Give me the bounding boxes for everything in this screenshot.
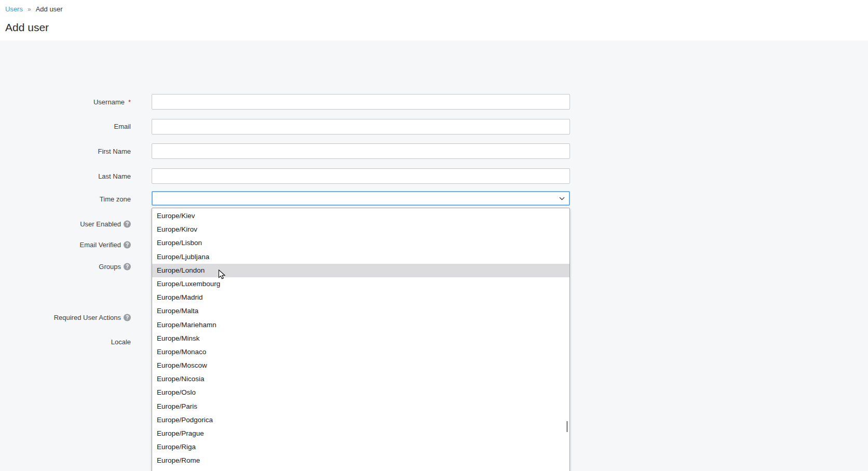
email-label: Email — [0, 123, 131, 130]
help-icon[interactable]: ? — [124, 314, 131, 321]
dropdown-option[interactable]: Europe/Prague — [152, 427, 569, 440]
last-name-label: Last Name — [0, 172, 131, 180]
username-input[interactable] — [152, 94, 570, 110]
dropdown-option[interactable]: Europe/Oslo — [152, 386, 569, 399]
dropdown-option[interactable]: Europe/Mariehamn — [152, 318, 569, 332]
username-label: Username* — [0, 98, 131, 106]
email-label-text: Email — [114, 123, 131, 130]
dropdown-option[interactable]: Europe/Malta — [152, 304, 569, 318]
last-name-input[interactable] — [152, 168, 570, 184]
dropdown-scrollbar-thumb[interactable] — [566, 421, 568, 432]
dropdown-option[interactable]: Europe/Rome — [152, 454, 569, 467]
groups-label: Groups ? — [0, 263, 131, 271]
page-title: Add user — [5, 21, 49, 34]
first-name-input[interactable] — [152, 143, 570, 159]
user-enabled-label: User Enabled ? — [0, 220, 131, 228]
time-zone-label: Time zone — [0, 195, 131, 203]
username-label-text: Username — [93, 98, 125, 106]
last-name-label-text: Last Name — [98, 172, 131, 180]
first-name-label-text: First Name — [98, 147, 131, 155]
help-icon[interactable]: ? — [124, 241, 131, 248]
time-zone-dropdown: Europe/KievEurope/KirovEurope/LisbonEuro… — [152, 208, 570, 471]
main-content-panel: Username* Email First Name Last Name Tim… — [0, 41, 868, 471]
dropdown-option[interactable]: Europe/Podgorica — [152, 413, 569, 427]
dropdown-option[interactable]: Europe/Madrid — [152, 291, 569, 304]
email-verified-label: Email Verified ? — [0, 241, 131, 249]
dropdown-option[interactable]: Europe/Lisbon — [152, 236, 569, 250]
dropdown-option[interactable]: Europe/Monaco — [152, 345, 569, 359]
dropdown-option[interactable]: Europe/Minsk — [152, 332, 569, 345]
dropdown-option[interactable]: Europe/Moscow — [152, 359, 569, 372]
required-user-actions-label-text: Required User Actions — [54, 314, 121, 321]
dropdown-option[interactable]: Europe/Ljubljana — [152, 250, 569, 264]
first-name-label: First Name — [0, 147, 131, 155]
breadcrumb: Users » Add user — [5, 5, 63, 13]
chevron-down-icon — [559, 197, 565, 200]
breadcrumb-current: Add user — [36, 5, 63, 13]
groups-label-text: Groups — [99, 263, 121, 271]
dropdown-option[interactable]: Europe/Nicosia — [152, 372, 569, 386]
dropdown-option[interactable]: Europe/Luxembourg — [152, 277, 569, 291]
locale-label: Locale — [0, 338, 131, 346]
dropdown-option[interactable]: Europe/Samara — [152, 468, 569, 471]
email-input[interactable] — [152, 119, 570, 134]
dropdown-option[interactable]: Europe/Kiev — [152, 209, 569, 223]
user-enabled-label-text: User Enabled — [80, 220, 121, 228]
help-icon[interactable]: ? — [124, 220, 131, 227]
time-zone-select[interactable] — [152, 191, 570, 206]
dropdown-option[interactable]: Europe/Paris — [152, 400, 569, 413]
required-user-actions-label: Required User Actions ? — [0, 314, 131, 321]
dropdown-option[interactable]: Europe/Riga — [152, 440, 569, 454]
dropdown-option[interactable]: Europe/London — [152, 264, 569, 277]
breadcrumb-link-users[interactable]: Users — [5, 5, 23, 13]
help-icon[interactable]: ? — [124, 263, 131, 270]
email-verified-label-text: Email Verified — [80, 241, 121, 249]
breadcrumb-separator-icon: » — [28, 6, 31, 13]
locale-label-text: Locale — [111, 338, 131, 346]
required-asterisk: * — [128, 98, 131, 106]
dropdown-option[interactable]: Europe/Kirov — [152, 223, 569, 236]
time-zone-label-text: Time zone — [100, 195, 131, 203]
